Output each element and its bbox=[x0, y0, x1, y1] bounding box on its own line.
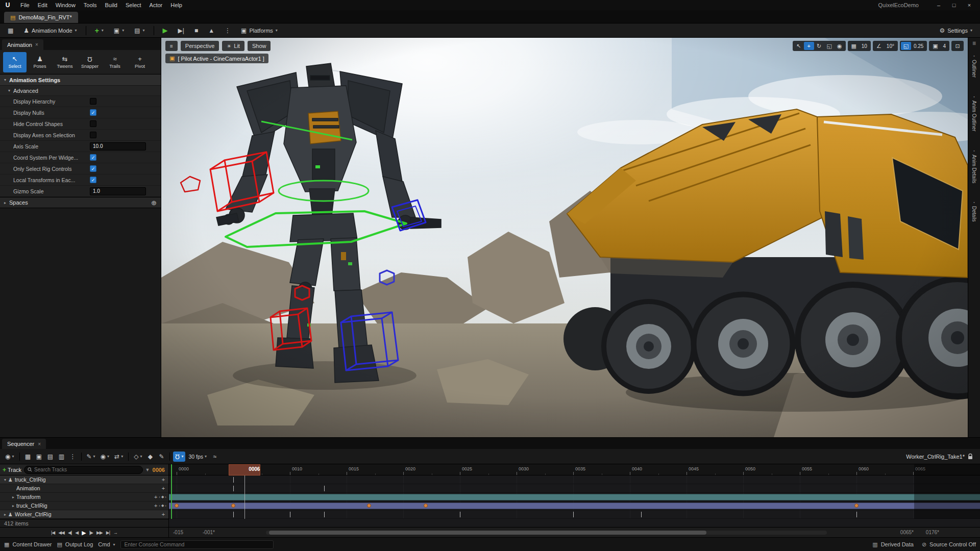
next-frame-button[interactable]: |▶ bbox=[89, 530, 93, 535]
world-coord-toggle[interactable]: ◉ bbox=[835, 42, 845, 50]
working-range-end[interactable]: 0065* bbox=[900, 530, 914, 535]
level-tab[interactable]: ▤ DemoMap_Fin_RVT* bbox=[4, 12, 78, 23]
prev-key-icon[interactable]: ‹ bbox=[159, 495, 160, 499]
rotation-snap-value[interactable]: 10° bbox=[884, 43, 897, 49]
tab-sequencer[interactable]: Sequencer × bbox=[2, 439, 46, 449]
keyframe-options-button[interactable]: ✎▾ bbox=[85, 452, 97, 462]
cinematics-button[interactable]: ▤▾ bbox=[131, 25, 148, 36]
next-key-icon[interactable]: › bbox=[165, 495, 166, 499]
gizmo-scale-field[interactable]: 1.0 bbox=[90, 187, 146, 195]
expander-icon[interactable]: ▸ bbox=[10, 495, 16, 499]
hide-control-shapes-checkbox[interactable] bbox=[90, 120, 96, 127]
jump-back-button[interactable]: ◀◀ bbox=[58, 530, 64, 535]
scale-snap-value[interactable]: 0.25 bbox=[911, 43, 926, 49]
select-tool[interactable]: ↖ bbox=[794, 42, 804, 50]
add-space-button[interactable]: ⊕ bbox=[151, 199, 157, 207]
play-options-button[interactable]: ⋮ bbox=[221, 25, 234, 36]
maximize-button[interactable]: □ bbox=[946, 0, 962, 10]
scale-snap-toggle[interactable]: ◱ bbox=[901, 42, 911, 50]
close-icon[interactable]: × bbox=[35, 42, 38, 47]
curve-editor-button[interactable]: ≈ bbox=[210, 452, 220, 462]
current-frame-display[interactable]: 0006 bbox=[153, 467, 166, 473]
playback-options-button[interactable]: ⇄▾ bbox=[112, 452, 125, 462]
settings-dropdown[interactable]: ⚙ Settings ▾ bbox=[936, 25, 976, 36]
spaces-header[interactable]: ▸ Spaces ⊕ bbox=[0, 197, 161, 208]
view-range-end[interactable]: 0176* bbox=[926, 530, 939, 535]
move-tool[interactable]: + bbox=[804, 42, 814, 50]
close-button[interactable]: × bbox=[962, 0, 977, 10]
close-icon[interactable]: × bbox=[38, 441, 41, 447]
add-section-button[interactable]: + bbox=[153, 503, 159, 509]
playback-start-line[interactable] bbox=[171, 464, 172, 519]
timeline-rows[interactable] bbox=[169, 475, 980, 519]
expander-icon[interactable]: ▸ bbox=[10, 504, 16, 508]
mode-snapper-button[interactable]: ΩSnapper bbox=[78, 52, 102, 72]
rotate-tool[interactable]: ↻ bbox=[814, 42, 824, 50]
playhead[interactable] bbox=[244, 475, 245, 519]
timeline-ruler[interactable]: 0000000500100015002000250030003500400045… bbox=[169, 464, 980, 475]
sequence-take[interactable]: Worker_CtrlRig_Take1* bbox=[906, 454, 977, 460]
axis-scale-field[interactable]: 10.0 bbox=[90, 142, 146, 151]
keyframe-dot[interactable] bbox=[854, 504, 859, 508]
keyframe-dot[interactable] bbox=[231, 504, 235, 508]
render-movie-button[interactable]: ▤ bbox=[45, 452, 56, 462]
camera-speed-button[interactable]: ▣ bbox=[930, 42, 940, 50]
menu-actor[interactable]: Actor bbox=[145, 0, 167, 10]
play-reverse-button[interactable]: ◀ bbox=[75, 530, 78, 535]
play-button[interactable]: ▶ bbox=[159, 25, 172, 36]
add-section-button[interactable]: + bbox=[160, 477, 166, 483]
create-camera-button[interactable]: ▣ bbox=[34, 452, 44, 462]
track-row-worker-ctrlrig[interactable]: ▸♟Worker_CtrlRig+ bbox=[0, 510, 168, 519]
viewport-options-button[interactable]: ≡ bbox=[165, 41, 178, 51]
add-track-button[interactable]: + Track bbox=[3, 466, 21, 473]
advanced-header[interactable]: ▾ Advanced bbox=[0, 86, 161, 96]
working-range-start[interactable]: -001* bbox=[203, 530, 215, 535]
menu-file[interactable]: File bbox=[16, 0, 34, 10]
expander-icon[interactable]: ▸ bbox=[2, 512, 8, 517]
menu-build[interactable]: Build bbox=[101, 0, 121, 10]
prev-frame-button[interactable]: ◀| bbox=[68, 530, 71, 535]
only-select-rig-controls-checkbox[interactable]: ✓ bbox=[90, 165, 96, 172]
loop-mode-button[interactable]: → bbox=[113, 530, 117, 535]
viewport[interactable]: ≡ Perspective ☀Lit Show ▣ [ Pilot Active… bbox=[161, 38, 968, 437]
add-actor-button[interactable]: +▾ bbox=[91, 25, 107, 36]
key-navigation[interactable]: ‹◆› bbox=[159, 495, 166, 499]
panel-tab-anim-outliner[interactable]: ▪Anim Outliner bbox=[971, 95, 977, 132]
menu-help[interactable]: Help bbox=[166, 0, 186, 10]
expander-icon[interactable]: ▾ bbox=[2, 478, 8, 482]
add-key-icon[interactable]: ◆ bbox=[161, 495, 164, 499]
track-row-truck-ctrlrig[interactable]: ▾♟truck_CtrlRig+ bbox=[0, 475, 168, 484]
grid-snap-toggle[interactable]: ▦ bbox=[849, 42, 859, 50]
show-dropdown[interactable]: Show bbox=[248, 41, 271, 51]
keyframe-tick[interactable] bbox=[324, 512, 325, 517]
prev-key-icon[interactable]: ‹ bbox=[159, 504, 160, 508]
minimize-button[interactable]: – bbox=[931, 0, 946, 10]
menu-window[interactable]: Window bbox=[52, 0, 80, 10]
auto-key-button[interactable]: ◆ bbox=[145, 452, 155, 462]
add-section-button[interactable]: + bbox=[160, 485, 166, 491]
filter-icon[interactable]: ▼ bbox=[145, 467, 150, 472]
mode-trails-button[interactable]: ≈Trails bbox=[103, 52, 127, 72]
derived-data-button[interactable]: ▥ Derived Data bbox=[872, 541, 914, 548]
timeline-scrollbar[interactable] bbox=[266, 531, 827, 535]
key-interpolation-button[interactable]: ◇▾ bbox=[132, 452, 144, 462]
track-search[interactable] bbox=[24, 466, 142, 474]
add-key-icon[interactable]: ◆ bbox=[161, 504, 164, 508]
view-options-button[interactable]: ◉▾ bbox=[99, 452, 112, 462]
jump-to-end-button[interactable]: ▶| bbox=[106, 530, 110, 535]
keyframe-tick[interactable] bbox=[233, 486, 234, 491]
blueprints-button[interactable]: ▣▾ bbox=[110, 25, 128, 36]
menu-edit[interactable]: Edit bbox=[34, 0, 52, 10]
save-sequence-button[interactable]: ▦ bbox=[23, 452, 33, 462]
edit-mode-button[interactable]: ✎ bbox=[156, 452, 166, 462]
platforms-dropdown[interactable]: ▣ Platforms ▾ bbox=[237, 25, 281, 36]
add-section-button[interactable]: + bbox=[160, 511, 166, 517]
sequence-browse-button[interactable]: ◉▾ bbox=[3, 452, 16, 462]
scrollbar-thumb[interactable] bbox=[269, 531, 706, 535]
keyframe-tick[interactable] bbox=[233, 512, 234, 517]
keyframe-tick[interactable] bbox=[290, 512, 290, 517]
keyframe-dot[interactable] bbox=[175, 504, 179, 508]
jump-forward-button[interactable]: ▶▶ bbox=[96, 530, 103, 535]
display-hierarchy-checkbox[interactable] bbox=[90, 98, 96, 105]
snap-toggle[interactable]: Ω▾ bbox=[173, 452, 185, 462]
